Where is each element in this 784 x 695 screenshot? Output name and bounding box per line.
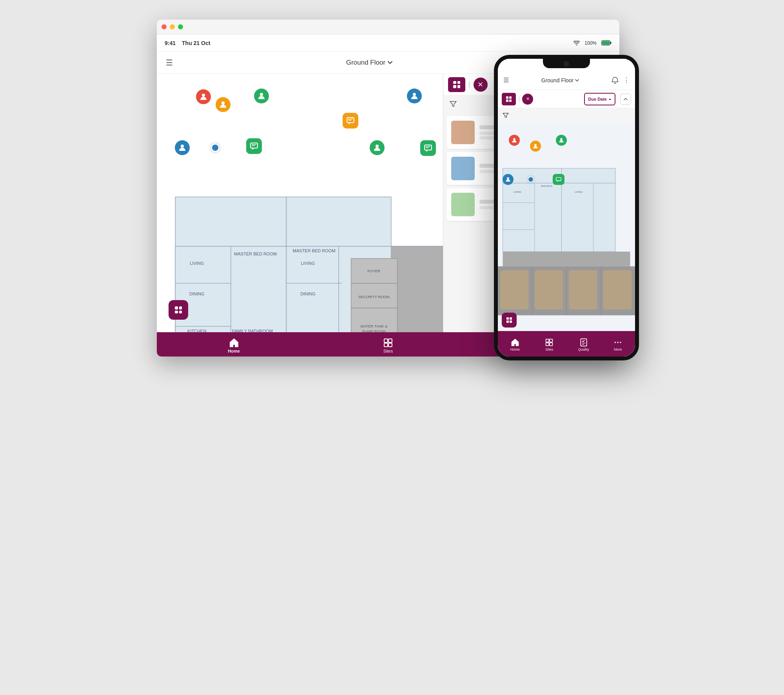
svg-point-67: [376, 145, 379, 148]
panel-close-btn[interactable]: ✕: [474, 78, 488, 92]
svg-rect-109: [546, 342, 549, 346]
dropdown-chevron-icon: [388, 61, 392, 64]
svg-rect-83: [562, 183, 616, 252]
apps-fab-btn[interactable]: [169, 300, 188, 320]
svg-rect-11: [286, 197, 391, 246]
status-left: 9:41 Thu 21 Oct: [165, 40, 210, 46]
time-display: 9:41: [165, 40, 176, 46]
phone-nav-sites[interactable]: Sites: [532, 337, 567, 351]
mac-window-buttons: [162, 24, 183, 29]
phone-floor-plan-svg: LIVING MASTER B. LIVING: [498, 123, 635, 346]
phone-panel-close-btn[interactable]: ✕: [522, 94, 533, 105]
pin-green-1[interactable]: [254, 89, 269, 103]
svg-text:MASTER B.: MASTER B.: [541, 185, 553, 187]
svg-text:WATER TANK &: WATER TANK &: [360, 324, 387, 328]
phone-panel-header: | ✕ Due Date: [498, 90, 635, 108]
pin-green-2[interactable]: [370, 140, 385, 155]
svg-text:LIVING: LIVING: [575, 190, 583, 193]
phone-pin-green-msg[interactable]: [553, 174, 564, 185]
phone-nav-home[interactable]: Home: [498, 337, 532, 351]
svg-rect-110: [550, 342, 553, 346]
status-bar: 9:41 Thu 21 Oct 100%: [157, 34, 619, 52]
nav-item-home[interactable]: Home: [157, 335, 311, 353]
pin-orange-msg[interactable]: [343, 113, 358, 129]
svg-rect-10: [175, 197, 286, 246]
phone-pin-red[interactable]: [509, 135, 520, 146]
pin-green-msg-1[interactable]: [246, 138, 262, 154]
phone-more-icon[interactable]: ⋮: [623, 76, 630, 84]
pin-orange-1[interactable]: [216, 97, 230, 112]
pin-blue-1[interactable]: [175, 140, 190, 155]
phone-nav-label-more: More: [614, 348, 622, 351]
pin-blue-dot: [211, 143, 220, 152]
svg-text:LIVING: LIVING: [301, 261, 315, 266]
svg-rect-85: [562, 168, 616, 183]
phone-quality-icon: [579, 338, 588, 347]
phone-pin-blue-dot: [528, 176, 534, 183]
svg-point-59: [260, 93, 263, 96]
grid-toggle-icon: [453, 81, 460, 88]
wifi-icon: [573, 41, 580, 45]
phone-collapse-icon: [624, 98, 628, 100]
phone-content: ☰ Ground Floor ⋮: [498, 59, 635, 357]
header-title-group[interactable]: Ground Floor: [346, 59, 392, 67]
phone-title-group[interactable]: Ground Floor: [541, 77, 579, 83]
svg-point-71: [413, 93, 416, 96]
phone-camera: [564, 61, 569, 67]
phone-collapse-btn[interactable]: [620, 94, 631, 105]
svg-text:LIVING: LIVING: [514, 190, 522, 193]
pin-red-1[interactable]: [196, 89, 211, 104]
mac-close-btn[interactable]: [162, 24, 167, 29]
item-thumbnail-1: [451, 121, 475, 144]
pin-blue-2[interactable]: [407, 89, 422, 103]
phone-panel-toggle-btn[interactable]: [502, 93, 516, 105]
svg-rect-107: [546, 339, 549, 342]
svg-rect-74: [384, 339, 388, 342]
phone-pin-blue[interactable]: [503, 174, 514, 185]
phone-close-icon: ✕: [526, 96, 530, 101]
battery-icon: [601, 40, 612, 45]
panel-toggle-btn[interactable]: [448, 77, 465, 92]
svg-rect-99: [535, 270, 563, 309]
svg-rect-1: [602, 41, 610, 45]
phone-apps-fab[interactable]: [502, 313, 517, 328]
phone-sort-chevron-icon: [608, 98, 612, 100]
phone-home-icon: [511, 338, 519, 347]
svg-text:DINING: DINING: [189, 291, 205, 296]
phone-nav-more[interactable]: More: [601, 337, 635, 351]
apps-grid-icon: [175, 306, 182, 313]
phone-pin-orange[interactable]: [530, 141, 541, 152]
svg-point-116: [620, 342, 621, 343]
battery-display: 100%: [584, 40, 597, 46]
phone-sort-label: Due Date: [588, 97, 607, 101]
mac-minimize-btn[interactable]: [170, 24, 175, 29]
hamburger-icon: ☰: [166, 58, 173, 67]
hamburger-btn[interactable]: ☰: [163, 56, 176, 69]
sites-nav-icon: [383, 338, 393, 348]
svg-rect-93: [503, 252, 630, 266]
svg-rect-101: [603, 270, 632, 309]
mac-fullscreen-btn[interactable]: [178, 24, 183, 29]
svg-text:LIVING: LIVING: [190, 261, 204, 266]
phone-hamburger-icon[interactable]: ☰: [503, 76, 509, 84]
item-thumbnail-2: [451, 157, 475, 180]
nav-item-sites[interactable]: Sites: [311, 335, 465, 353]
svg-point-102: [513, 138, 515, 140]
phone-panel-divider: |: [518, 96, 520, 103]
phone-panel-sort-btn[interactable]: Due Date: [584, 93, 615, 105]
svg-point-114: [615, 342, 616, 343]
phone-more-nav-icon: [613, 338, 622, 347]
phone-pin-green[interactable]: [556, 135, 567, 146]
date-display: Thu 21 Oct: [182, 40, 210, 46]
phone-nav-quality[interactable]: Quality: [566, 337, 601, 351]
nav-label-sites: Sites: [383, 349, 393, 353]
svg-text:DINING: DINING: [300, 291, 316, 296]
panel-divider: |: [468, 80, 470, 89]
phone-bell-icon[interactable]: [612, 76, 619, 84]
svg-rect-105: [556, 177, 561, 180]
pin-green-msg-2[interactable]: [420, 140, 436, 156]
svg-rect-82: [503, 183, 562, 252]
svg-point-63: [181, 145, 184, 148]
svg-rect-2: [610, 42, 612, 44]
home-nav-icon: [229, 338, 239, 348]
